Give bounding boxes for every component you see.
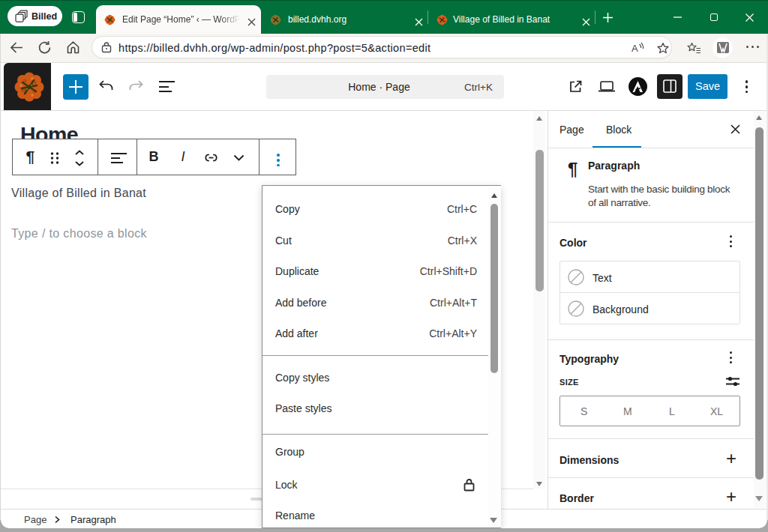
- svg-text:A: A: [632, 43, 638, 54]
